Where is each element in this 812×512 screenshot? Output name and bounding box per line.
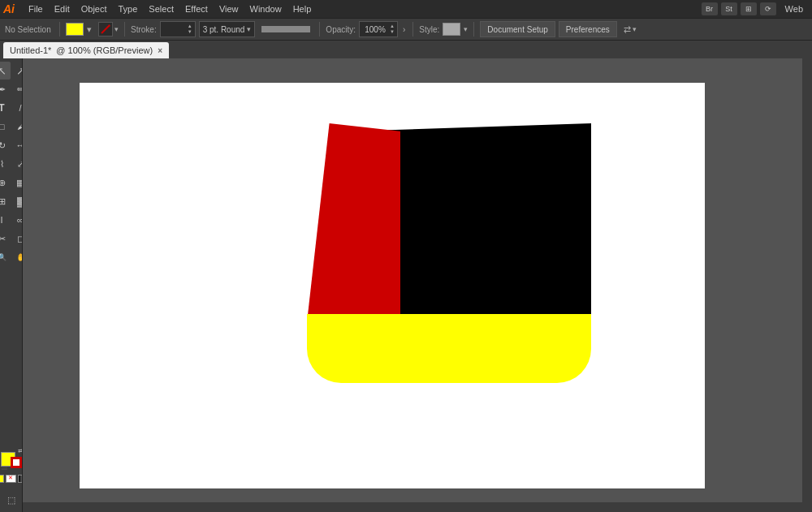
menu-object[interactable]: Object [76, 2, 113, 15]
menu-web[interactable]: Web [780, 2, 809, 15]
tab-title: Untitled-1* [10, 45, 51, 55]
scissors-tool[interactable]: ✂ [0, 230, 11, 247]
tool-row-4: □ 🖌 [0, 118, 23, 136]
pencil-tool[interactable]: ✏ [11, 80, 23, 98]
stroke-profile-bar [261, 26, 310, 32]
no-color-mode[interactable]: ✕ [6, 475, 16, 483]
toolbar-separator-1 [59, 22, 60, 37]
menu-type[interactable]: Type [113, 2, 144, 15]
transform-icons: ⇄ ▾ [624, 24, 637, 35]
solid-color-mode[interactable] [0, 475, 4, 483]
red-shape [307, 123, 400, 322]
menu-bar: Ai File Edit Object Type Select Effect V… [0, 0, 812, 18]
mesh-icon: ⊞ [0, 196, 6, 207]
gradient-icon: ▓ [17, 196, 23, 206]
mesh-tool[interactable]: ⊞ [0, 192, 11, 210]
brush-tool[interactable]: 🖌 [11, 118, 23, 136]
fill-arrow[interactable]: ▾ [87, 24, 95, 35]
stroke-icon[interactable] [98, 22, 113, 37]
direct-select-tool[interactable]: ↗ [11, 62, 23, 80]
stock-icon[interactable]: St [721, 2, 737, 15]
scale-tool[interactable]: ↔ [11, 136, 23, 154]
stroke-weight-input[interactable] [163, 22, 186, 37]
brush-icon: 🖌 [17, 123, 24, 131]
transform-arrow[interactable]: ▾ [633, 25, 637, 33]
zoom-tool[interactable]: 🔍 [0, 248, 11, 266]
stroke-type-arrow-icon: ▾ [247, 25, 251, 33]
pencil-icon: ✏ [17, 84, 24, 95]
warp-tool[interactable]: ⌇ [0, 155, 11, 173]
blend-icon: ∞ [17, 215, 23, 225]
stroke-weight-field[interactable]: ▲ ▼ [160, 21, 196, 37]
gradient-tool[interactable]: ▓ [11, 192, 23, 210]
stroke-type-arrow[interactable]: ▾ [114, 25, 119, 33]
bridge-icon[interactable]: Br [702, 2, 718, 15]
type-tool[interactable]: T [0, 99, 11, 117]
hand-tool[interactable]: ✋ [11, 248, 23, 266]
scissors-icon: ✂ [0, 234, 6, 244]
main-area: ↖ ↗ ✒ ✏ T / □ 🖌 ↻ ↔ ⌇ ⤢ ⊕ ▦ [0, 58, 812, 512]
menu-help[interactable]: Help [287, 2, 317, 15]
style-arrow[interactable]: ▾ [464, 25, 468, 33]
horizontal-scrollbar[interactable] [23, 502, 812, 512]
rotate-icon: ↻ [0, 140, 6, 151]
artboard-tool[interactable]: ⬚ [2, 491, 20, 509]
style-swatch[interactable] [443, 23, 460, 36]
direct-select-icon: ↗ [16, 65, 24, 77]
eraser-tool[interactable]: ◻ [11, 230, 23, 247]
blend-tool[interactable]: ∞ [11, 211, 23, 229]
pen-tool[interactable]: ✒ [0, 80, 11, 98]
eyedropper-tool[interactable]: I [0, 211, 11, 229]
menu-select[interactable]: Select [143, 2, 179, 15]
line-icon: / [19, 103, 21, 113]
type-icon: T [0, 102, 5, 114]
line-tool[interactable]: / [11, 99, 23, 117]
toolbar-separator-3 [319, 22, 320, 37]
hand-icon: ✋ [16, 253, 24, 261]
free-transform-tool[interactable]: ⤢ [11, 155, 23, 173]
stroke-color-box[interactable] [11, 457, 22, 468]
stroke-weight-spinner[interactable]: ▲ ▼ [188, 24, 192, 34]
menu-effect[interactable]: Effect [179, 2, 214, 15]
fill-swatch[interactable] [66, 23, 84, 36]
options-toolbar: No Selection ▾ ▾ Stroke: ▲ ▼ 3 pt. Round… [0, 18, 812, 41]
stroke-type-dropdown[interactable]: 3 pt. Round ▾ [199, 21, 256, 37]
toolbar-separator-2 [124, 22, 125, 37]
artboard-icon: ⬚ [7, 495, 15, 506]
rotate-tool[interactable]: ↻ [0, 136, 11, 154]
symbol-icon: ⊕ [0, 178, 6, 188]
canvas-area[interactable] [23, 58, 812, 512]
tool-row-11: 🔍 ✋ [0, 248, 23, 266]
preferences-button[interactable]: Preferences [559, 21, 617, 37]
arrow-icon: ↖ [0, 65, 6, 77]
opacity-more-icon[interactable]: › [403, 25, 405, 34]
menu-view[interactable]: View [214, 2, 244, 15]
yellow-shape-top [307, 314, 591, 330]
tool-row-10: ✂ ◻ [0, 230, 23, 247]
sync-icon[interactable]: ⟳ [760, 2, 776, 15]
svg-line-0 [102, 25, 110, 33]
rect-tool[interactable]: □ [0, 118, 11, 136]
column-graph-tool[interactable]: ▦ [11, 174, 23, 191]
tab-close-button[interactable]: × [158, 46, 162, 55]
menu-file[interactable]: File [23, 2, 49, 15]
grid-icon[interactable]: ⊞ [741, 2, 757, 15]
document-setup-button[interactable]: Document Setup [480, 21, 555, 37]
symbol-tool[interactable]: ⊕ [0, 174, 11, 191]
tool-row-select: ↖ ↗ [0, 62, 23, 80]
arrow-tool[interactable]: ↖ [0, 62, 11, 80]
zoom-icon: 🔍 [0, 253, 6, 261]
vertical-scrollbar[interactable] [802, 58, 812, 512]
app-logo: Ai [3, 2, 15, 15]
opacity-field[interactable]: ▲ ▼ [359, 21, 398, 37]
color-boxes: ⇄ ⬛ [1, 449, 22, 470]
tool-row-9: I ∞ [0, 211, 23, 229]
document-tab[interactable]: Untitled-1* @ 100% (RGB/Preview) × [3, 42, 169, 58]
transform-icon[interactable]: ⇄ [624, 24, 631, 35]
menu-window[interactable]: Window [244, 2, 287, 15]
menu-edit[interactable]: Edit [49, 2, 76, 15]
selection-label: No Selection [5, 25, 54, 34]
opacity-input[interactable] [362, 22, 388, 37]
stroke-label: Stroke: [131, 25, 157, 34]
opacity-spinner[interactable]: ▲ ▼ [390, 24, 395, 34]
